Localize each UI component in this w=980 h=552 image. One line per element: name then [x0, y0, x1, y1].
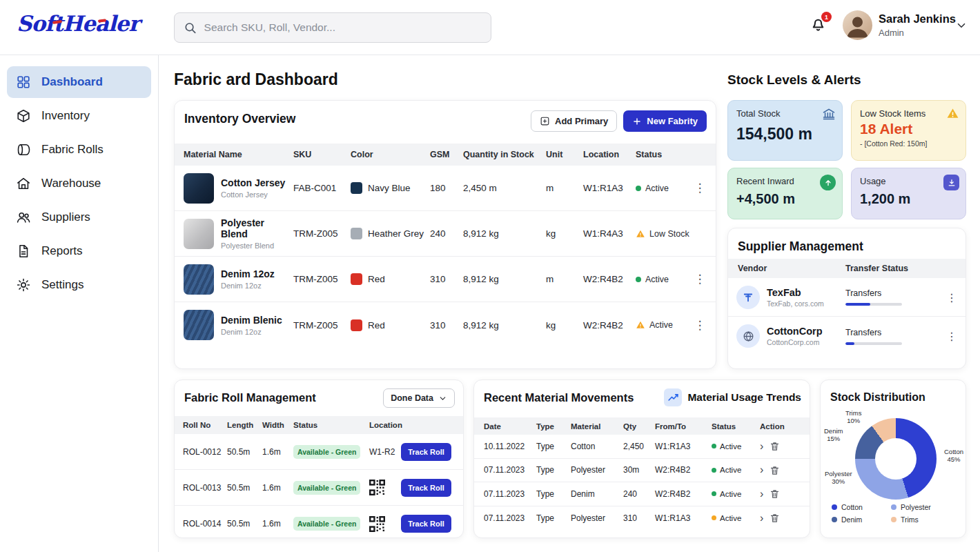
new-fabric-button[interactable]: New Fabrity	[623, 110, 707, 132]
sidebar-item-inventory[interactable]: Inventory	[7, 100, 151, 132]
sku-value: TRM-Z005	[293, 320, 351, 331]
track-roll-button[interactable]: Track Roll	[401, 443, 451, 461]
trends-label: Material Usage Trends	[687, 391, 801, 404]
recent-inward-value: +4,500 m	[736, 191, 834, 207]
material-name: Polyester Blend	[221, 217, 293, 239]
vendor-name: TexFab	[767, 287, 824, 298]
legend-swatch	[832, 504, 837, 510]
movement-fromto: W1:R1A3	[655, 442, 712, 451]
movements-table: Date Type Material Qty From/To Status Ac…	[474, 417, 810, 530]
low-stock-detail: - [Cotton Red: 150m]	[860, 139, 957, 148]
roll-status-badge: Available - Green	[293, 481, 360, 495]
row-menu-button[interactable]: ⋮	[691, 181, 709, 195]
avatar[interactable]	[843, 10, 872, 40]
pie-label-polyester: Polyester30%	[825, 470, 852, 486]
col-status: Status	[293, 421, 369, 429]
sidebar-item-suppliers[interactable]: Suppliers	[7, 201, 151, 233]
vendor-texfab-icon	[736, 286, 760, 309]
done-data-select[interactable]: Done Data	[383, 388, 455, 408]
row-menu-button[interactable]: ⋮	[691, 272, 709, 286]
row-menu-button[interactable]: ⋮	[946, 290, 957, 304]
movement-qty: 2,450	[623, 442, 655, 451]
roll-length: 50.5m	[227, 519, 262, 529]
sku-value: TRM-Z005	[293, 228, 351, 239]
status-label: Low Stock	[649, 229, 689, 239]
movements-title: Recent Material Movements	[484, 391, 634, 404]
notifications-button[interactable]: 1	[809, 15, 830, 37]
material-usage-trends-link[interactable]: Material Usage Trends	[664, 388, 801, 406]
roll-table: Roll No Length Width Status Location ROL…	[175, 416, 463, 542]
pie-label-cotton: Cotton45%	[944, 448, 963, 464]
roll-status-badge: Available - Green	[293, 517, 360, 531]
chevron-down-icon	[438, 394, 447, 403]
avatar-silhouette-icon	[843, 10, 872, 40]
plus-square-icon	[540, 116, 550, 126]
sidebar-item-warehouse[interactable]: Warehouse	[7, 168, 151, 199]
trash-icon[interactable]	[770, 441, 780, 451]
expand-row-button[interactable]: ›	[760, 489, 763, 500]
roll-no: ROL-0014	[183, 519, 227, 529]
trash-icon[interactable]	[770, 489, 780, 499]
user-menu[interactable]: Sarah Jenkins Admin	[879, 12, 956, 38]
transfer-progress-fill	[845, 303, 870, 306]
row-menu-button[interactable]: ⋮	[946, 330, 957, 343]
sidebar-item-reports[interactable]: Reports	[7, 235, 151, 267]
col-sku: SKU	[293, 150, 351, 159]
sidebar-item-label: Fabric Rolls	[41, 143, 104, 157]
track-roll-button[interactable]: Track Roll	[401, 515, 451, 533]
status-label: Active	[720, 514, 741, 522]
sidebar-item-fabric-rolls[interactable]: Fabric Rolls	[7, 134, 151, 166]
col-unit: Unit	[546, 150, 583, 159]
gsm-value: 310	[430, 274, 463, 284]
download-icon	[943, 175, 959, 190]
table-row: 07.11.2023 Type Denim 240 W2:R4B2 Active…	[474, 482, 810, 506]
track-roll-button[interactable]: Track Roll	[401, 479, 451, 497]
movement-material: Polyester	[571, 465, 623, 475]
roll-length: 50.5m	[227, 483, 262, 493]
color-swatch	[351, 228, 362, 239]
legend-label: Trims	[901, 515, 919, 524]
sku-value: FAB-C001	[293, 183, 351, 193]
status-dot	[712, 515, 716, 520]
user-name: Sarah Jenkins	[879, 12, 956, 26]
table-row: 07.11.2023 Type Polyester 30m W2:R4B2 Ac…	[474, 459, 810, 483]
table-row: 07.11.2023 Type Polyester 310 W1:R1A3 Ac…	[474, 506, 810, 531]
movement-type: Type	[536, 489, 571, 499]
expand-row-button[interactable]: ›	[760, 464, 763, 475]
material-subtitle: Cotton Jersey	[221, 190, 285, 199]
status-dot	[712, 491, 716, 496]
gear-icon	[16, 277, 31, 293]
table-row: Cotton Jersey Cotton Jersey FAB-C001 Nav…	[175, 166, 716, 211]
main-content: Fabric ard Dashboard Stock Levels & Aler…	[159, 55, 980, 552]
trash-icon[interactable]	[770, 465, 780, 475]
users-icon	[16, 210, 31, 225]
transfer-progress	[845, 303, 902, 306]
expand-row-button[interactable]: ›	[760, 441, 763, 452]
trash-icon[interactable]	[770, 513, 780, 523]
report-document-icon	[16, 244, 31, 259]
col-width: Width	[262, 421, 293, 429]
done-data-label: Done Data	[391, 393, 433, 403]
row-menu-button[interactable]: ⋮	[691, 318, 709, 333]
table-row: Denim Blenic Denim 12oz TRM-Z005 Red 310…	[175, 302, 716, 348]
fabric-thumbnail	[184, 173, 214, 204]
sidebar-item-settings[interactable]: Settings	[7, 269, 151, 301]
expand-row-button[interactable]: ›	[760, 513, 763, 524]
sidebar-item-dashboard[interactable]: Dashboard	[7, 66, 151, 98]
col-qty: Qty	[623, 422, 655, 431]
status-label: Active	[720, 466, 741, 474]
fabric-roll-management-card: Fabric Roll Management Done Data Roll No…	[174, 379, 464, 538]
dashboard-grid-icon	[16, 75, 31, 90]
search-input[interactable]	[204, 21, 482, 34]
add-primary-button[interactable]: Add Primary	[531, 110, 617, 132]
color-name: Navy Blue	[368, 183, 411, 193]
transfer-progress	[845, 342, 902, 345]
global-search	[174, 12, 491, 43]
arrow-up-icon	[820, 175, 836, 190]
movement-type: Type	[536, 465, 571, 475]
qr-code-icon	[369, 516, 385, 532]
col-fromto: From/To	[655, 422, 712, 431]
fabric-roll-icon	[16, 142, 31, 157]
user-menu-chevron[interactable]	[955, 19, 968, 32]
color-name: Red	[368, 274, 385, 284]
